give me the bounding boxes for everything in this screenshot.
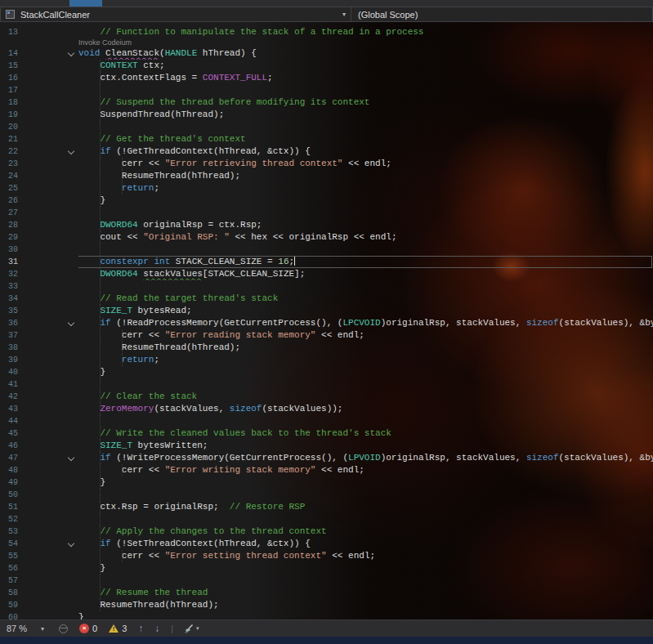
outline-chevron-icon[interactable] xyxy=(68,148,74,154)
glyph-margin[interactable] xyxy=(18,280,78,293)
code-line[interactable]: 60} xyxy=(0,611,653,619)
line-number[interactable]: 56 xyxy=(0,562,18,575)
code-text[interactable]: return; xyxy=(78,354,653,366)
code-line[interactable]: 47 if (!WriteProcessMemory(GetCurrentPro… xyxy=(0,452,653,464)
code-line[interactable]: 28 DWORD64 originalRsp = ctx.Rsp; xyxy=(0,219,653,231)
code-text[interactable]: constexpr int STACK_CLEAN_SIZE = 16; xyxy=(78,256,653,268)
code-line[interactable]: 40 } xyxy=(0,366,653,378)
glyph-margin[interactable] xyxy=(18,525,78,538)
glyph-margin[interactable] xyxy=(18,145,78,158)
glyph-margin[interactable] xyxy=(18,562,78,575)
glyph-margin[interactable] xyxy=(18,415,78,427)
line-number[interactable]: 30 xyxy=(0,244,18,256)
next-issue-button[interactable]: ↓ xyxy=(154,623,159,634)
glyph-margin[interactable] xyxy=(18,38,78,47)
code-line[interactable]: 34 // Read the target thread's stack xyxy=(0,293,653,305)
code-text[interactable]: } xyxy=(78,366,653,378)
warning-counter[interactable]: 3 xyxy=(109,624,127,633)
code-line[interactable]: 55 cerr << "Error setting thread context… xyxy=(0,550,653,562)
line-number[interactable]: 19 xyxy=(0,109,18,121)
line-number[interactable]: 26 xyxy=(0,195,18,207)
glyph-margin[interactable] xyxy=(18,452,78,464)
line-number[interactable]: 51 xyxy=(0,501,18,513)
line-number[interactable]: 58 xyxy=(0,587,18,599)
line-number[interactable]: 36 xyxy=(0,317,18,329)
glyph-margin[interactable] xyxy=(18,587,78,599)
code-text[interactable] xyxy=(78,84,653,96)
code-line[interactable]: 18 // Suspend the thread before modifyin… xyxy=(0,96,653,109)
line-number[interactable]: 14 xyxy=(0,47,18,60)
codelens-text[interactable]: Invoke Codeium xyxy=(78,38,653,47)
glyph-margin[interactable] xyxy=(18,464,78,476)
code-line[interactable]: 51 ctx.Rsp = originalRsp; // Restore RSP xyxy=(0,501,653,513)
code-text[interactable]: // Read the target thread's stack xyxy=(78,293,653,305)
glyph-margin[interactable] xyxy=(18,47,78,60)
glyph-margin[interactable] xyxy=(18,170,78,182)
code-line[interactable]: 56 } xyxy=(0,562,653,575)
line-number[interactable]: 23 xyxy=(0,158,18,170)
line-number[interactable]: 55 xyxy=(0,550,18,562)
code-text[interactable]: if (!ReadProcessMemory(GetCurrentProcess… xyxy=(78,317,653,329)
code-text[interactable]: ZeroMemory(stackValues, sizeof(stackValu… xyxy=(78,403,653,415)
code-line[interactable]: 27 xyxy=(0,207,653,219)
line-number[interactable]: 50 xyxy=(0,489,18,501)
code-text[interactable]: // Resume the thread xyxy=(78,587,653,599)
code-text[interactable]: // Get the thread's context xyxy=(78,133,653,145)
glyph-margin[interactable] xyxy=(18,133,78,145)
line-number[interactable]: 49 xyxy=(0,476,18,489)
glyph-margin[interactable] xyxy=(18,256,78,268)
glyph-margin[interactable] xyxy=(18,121,78,133)
code-line[interactable]: 17 xyxy=(0,84,653,96)
line-number[interactable]: 60 xyxy=(0,611,18,619)
code-line[interactable]: 49 } xyxy=(0,476,653,489)
zoom-dropdown[interactable]: 87 % ▾ xyxy=(0,624,47,633)
glyph-margin[interactable] xyxy=(18,538,78,550)
chevron-down-icon[interactable]: ▾ xyxy=(342,11,346,18)
code-text[interactable]: cerr << "Error retrieving thread context… xyxy=(78,158,653,170)
code-text[interactable]: ctx.ContextFlags = CONTEXT_FULL; xyxy=(78,72,653,84)
line-number[interactable]: 28 xyxy=(0,219,18,231)
code-text[interactable]: // Function to manipulate the stack of a… xyxy=(78,26,653,38)
code-line[interactable]: 44 xyxy=(0,415,653,427)
code-line[interactable]: 54 if (!SetThreadContext(hThread, &ctx))… xyxy=(0,538,653,550)
code-line[interactable]: 43 ZeroMemory(stackValues, sizeof(stackV… xyxy=(0,403,653,415)
glyph-margin[interactable] xyxy=(18,550,78,562)
code-text[interactable]: SIZE_T bytesRead; xyxy=(78,305,653,317)
code-line[interactable]: 53 // Apply the changes to the thread co… xyxy=(0,525,653,538)
line-number[interactable]: 47 xyxy=(0,452,18,464)
line-number[interactable]: 33 xyxy=(0,280,18,293)
code-line[interactable]: 32 DWORD64 stackValues[STACK_CLEAN_SIZE]… xyxy=(0,268,653,280)
glyph-margin[interactable] xyxy=(18,440,78,452)
code-text[interactable]: void CleanStack(HANDLE hThread) { xyxy=(78,47,653,60)
active-document-tab[interactable] xyxy=(69,0,102,7)
line-number[interactable]: 25 xyxy=(0,182,18,195)
code-line[interactable]: 19 SuspendThread(hThread); xyxy=(0,109,653,121)
code-line[interactable]: 45 // Write the cleaned values back to t… xyxy=(0,427,653,440)
code-line[interactable]: 21 // Get the thread's context xyxy=(0,133,653,145)
glyph-margin[interactable] xyxy=(18,342,78,354)
glyph-margin[interactable] xyxy=(18,60,78,72)
line-number[interactable]: 41 xyxy=(0,378,18,391)
glyph-margin[interactable] xyxy=(18,268,78,280)
glyph-margin[interactable] xyxy=(18,366,78,378)
glyph-margin[interactable] xyxy=(18,489,78,501)
glyph-margin[interactable] xyxy=(18,219,78,231)
code-line[interactable]: 22 if (!GetThreadContext(hThread, &ctx))… xyxy=(0,145,653,158)
glyph-margin[interactable] xyxy=(18,244,78,256)
line-number[interactable]: 42 xyxy=(0,391,18,403)
line-number[interactable]: 31 xyxy=(0,256,18,268)
previous-issue-button[interactable]: ↑ xyxy=(138,623,143,634)
glyph-margin[interactable] xyxy=(18,72,78,84)
code-line[interactable]: 42 // Clear the stack xyxy=(0,391,653,403)
code-text[interactable]: cerr << "Error setting thread context" <… xyxy=(78,550,653,562)
glyph-margin[interactable] xyxy=(18,26,78,38)
line-number[interactable]: 32 xyxy=(0,268,18,280)
line-number[interactable]: 39 xyxy=(0,354,18,366)
code-text[interactable] xyxy=(78,121,653,133)
outline-chevron-icon[interactable] xyxy=(68,50,74,56)
line-number[interactable]: 16 xyxy=(0,72,18,84)
line-number[interactable]: 35 xyxy=(0,305,18,317)
code-line[interactable]: 50 xyxy=(0,489,653,501)
codelens-invoke-link[interactable]: Invoke Codeium xyxy=(78,38,132,47)
code-text[interactable]: } xyxy=(78,195,653,207)
